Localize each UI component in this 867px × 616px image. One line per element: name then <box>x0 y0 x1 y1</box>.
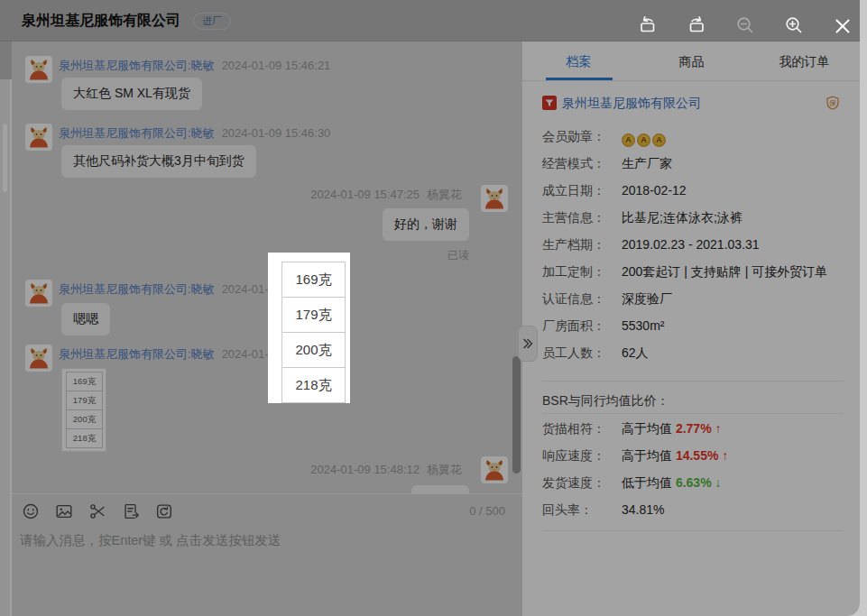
zoom-out-icon <box>734 14 756 36</box>
close-icon[interactable] <box>832 15 853 37</box>
image-row: 169克 <box>281 262 346 298</box>
rotate-right-icon[interactable] <box>686 14 707 36</box>
screen: 泉州坦基尼服饰有限公司 进厂 泉州坦基尼服饰有限公司:晓敏2024-01-09 … <box>0 0 867 616</box>
image-row: 179克 <box>281 297 346 333</box>
chat-window: 泉州坦基尼服饰有限公司 进厂 泉州坦基尼服饰有限公司:晓敏2024-01-09 … <box>0 0 860 616</box>
image-viewer-overlay[interactable] <box>0 0 860 616</box>
image-row: 218克 <box>281 367 346 403</box>
rotate-left-icon[interactable] <box>637 14 659 36</box>
zoom-in-icon[interactable] <box>783 14 805 36</box>
image-row: 200克 <box>281 332 346 368</box>
enlarged-image[interactable]: 169克 179克 200克 218克 <box>268 253 350 403</box>
